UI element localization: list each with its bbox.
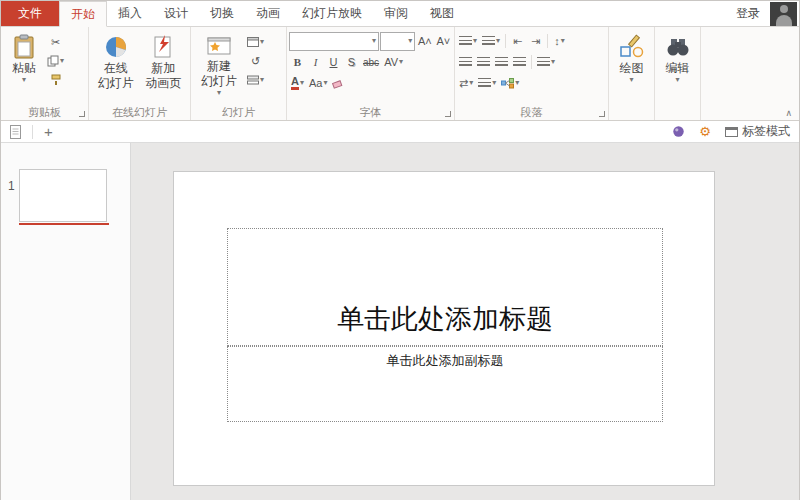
tab-slideshow[interactable]: 幻灯片放映: [291, 1, 373, 26]
editing-button[interactable]: 编辑 ▾: [659, 30, 696, 104]
change-case-button[interactable]: Aa ▾: [307, 74, 329, 92]
text-shadow-button[interactable]: S: [343, 53, 360, 71]
title-placeholder[interactable]: 单击此处添加标题: [227, 228, 663, 346]
decrease-font-size-button[interactable]: A˅: [435, 32, 452, 50]
copy-button[interactable]: ▾: [45, 52, 66, 70]
align-right-button[interactable]: [493, 53, 510, 71]
chevron-down-icon: ▾: [300, 79, 304, 87]
online-slides-button[interactable]: 在线 幻灯片: [93, 30, 139, 104]
line-spacing-button[interactable]: ↕ ▾: [551, 32, 568, 50]
chevron-down-icon: ▾: [323, 79, 327, 87]
bullets-button[interactable]: ▾: [457, 32, 479, 50]
justify-button[interactable]: [511, 53, 528, 71]
brush-icon: [672, 125, 685, 138]
chevron-down-icon: ▾: [515, 79, 519, 87]
animation-page-icon: [151, 34, 175, 60]
chevron-down-icon: ▾: [260, 38, 264, 46]
tab-mode-button[interactable]: 标签模式: [721, 122, 794, 142]
chevron-down-icon: ▾: [217, 89, 221, 97]
brush-button[interactable]: [668, 122, 689, 142]
grow-font-icon: A˄: [418, 35, 432, 47]
add-slide-button[interactable]: +: [40, 122, 57, 142]
clear-formatting-button[interactable]: [330, 74, 347, 92]
strikethrough-button[interactable]: abc: [361, 53, 381, 71]
sign-in-button[interactable]: 登录: [726, 5, 770, 22]
convert-smartart-button[interactable]: ▾: [499, 74, 521, 92]
underline-button[interactable]: U: [325, 53, 342, 71]
numbering-button[interactable]: ▾: [480, 32, 502, 50]
align-left-button[interactable]: [457, 53, 474, 71]
chevron-down-icon: ▾: [561, 37, 565, 45]
new-slide-button[interactable]: 新建 幻灯片 ▾: [195, 30, 243, 104]
character-spacing-button[interactable]: AV ▾: [382, 53, 405, 71]
increase-font-size-button[interactable]: A˄: [416, 32, 433, 50]
slide-thumbnail[interactable]: [19, 169, 107, 222]
slides-group-label: 幻灯片: [191, 106, 286, 119]
align-center-button[interactable]: [475, 53, 492, 71]
layout-button[interactable]: ▾: [245, 33, 266, 51]
paragraph-dialog-launcher[interactable]: [599, 111, 605, 117]
font-dialog-launcher[interactable]: [445, 111, 451, 117]
clipboard-dialog-launcher[interactable]: [79, 111, 85, 117]
file-tab[interactable]: 文件: [1, 1, 59, 26]
tab-home[interactable]: 开始: [59, 1, 107, 27]
powerpoint-window: 文件 开始 插入 设计 切换 动画 幻灯片放映 审阅 视图 登录: [0, 0, 800, 500]
settings-button[interactable]: ⚙: [695, 122, 715, 142]
align-text-button[interactable]: ▾: [476, 74, 498, 92]
paste-button[interactable]: 粘贴 ▾: [5, 30, 43, 104]
tab-design[interactable]: 设计: [153, 1, 199, 26]
font-size-combo[interactable]: ▾: [380, 32, 415, 51]
drawing-icon: [619, 34, 645, 60]
columns-button[interactable]: ▾: [535, 53, 557, 71]
new-animation-page-button[interactable]: 新加 动画页: [141, 30, 187, 104]
italic-button[interactable]: I: [307, 53, 324, 71]
increase-indent-button[interactable]: ⇥: [527, 32, 544, 50]
slide-editing-area[interactable]: 单击此处添加标题 单击此处添加副标题: [173, 171, 715, 486]
bold-button[interactable]: B: [289, 53, 306, 71]
chevron-down-icon: ▾: [399, 58, 403, 66]
align-center-icon: [477, 57, 490, 68]
tab-animations[interactable]: 动画: [245, 1, 291, 26]
character-spacing-icon: AV: [384, 56, 398, 68]
tab-insert[interactable]: 插入: [107, 1, 153, 26]
font-color-button[interactable]: A ▾: [289, 74, 306, 92]
font-name-combo[interactable]: ▾: [289, 32, 379, 51]
reset-icon: ↺: [251, 55, 260, 68]
subtitle-placeholder[interactable]: 单击此处添加副标题: [227, 346, 663, 422]
cut-button[interactable]: ✂: [45, 33, 66, 51]
user-avatar[interactable]: [770, 2, 797, 26]
online-slides-group-label: 在线幻灯片: [89, 106, 190, 119]
drawing-group: 绘图 ▾: [609, 27, 655, 120]
columns-icon: [537, 57, 550, 68]
tab-mode-label: 标签模式: [742, 123, 790, 140]
section-button[interactable]: ▾: [245, 71, 266, 89]
reset-slide-button[interactable]: ↺: [245, 52, 266, 70]
format-painter-button[interactable]: [45, 71, 66, 89]
chevron-down-icon: ▾: [473, 37, 477, 45]
tab-view[interactable]: 视图: [419, 1, 465, 26]
paste-clipboard-icon: [13, 34, 35, 60]
collapse-ribbon-button[interactable]: ∧: [785, 108, 792, 118]
chevron-down-icon: ▾: [372, 37, 376, 45]
separator: [505, 34, 506, 48]
tab-review[interactable]: 审阅: [373, 1, 419, 26]
numbered-list-icon: [482, 36, 495, 47]
new-animation-label-1: 新加: [151, 61, 175, 75]
underline-icon: U: [330, 56, 338, 68]
layout-icon: [247, 37, 259, 47]
drawing-button[interactable]: 绘图 ▾: [613, 30, 650, 104]
justify-icon: [513, 57, 526, 68]
slide-canvas: 单击此处添加标题 单击此处添加副标题: [131, 143, 799, 500]
align-right-icon: [495, 57, 508, 68]
tab-transitions[interactable]: 切换: [199, 1, 245, 26]
main-content: 1 单击此处添加标题 单击此处添加副标题: [1, 143, 799, 500]
new-slide-icon: [206, 34, 232, 58]
binoculars-icon: [665, 34, 691, 60]
slide-page-button[interactable]: [6, 122, 25, 142]
chevron-down-icon: ▾: [22, 76, 26, 84]
text-direction-button[interactable]: ⇄ ▾: [457, 74, 475, 92]
italic-icon: I: [314, 56, 318, 68]
decrease-indent-button[interactable]: ⇤: [509, 32, 526, 50]
change-case-icon: Aa: [309, 77, 322, 89]
copy-icon: [47, 55, 59, 67]
